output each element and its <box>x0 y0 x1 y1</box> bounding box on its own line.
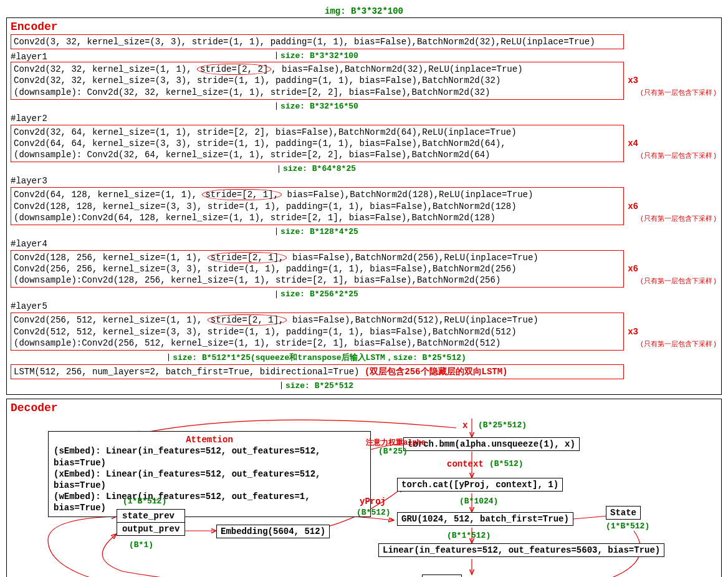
context-label: context <box>447 459 484 469</box>
size3: size: B*128*4*25 <box>280 227 358 236</box>
layer4-box: Conv2d(128, 256, kernel_size=(1, 1), str… <box>11 250 624 288</box>
layer5-line2: Conv2d(512, 512, kernel_size=(3, 3), str… <box>14 326 621 337</box>
size4: size: B*256*2*25 <box>280 289 358 299</box>
encoder-section: Encoder Conv2d(3, 32, kernel_size=(3, 3)… <box>6 17 722 395</box>
embedding-node: Embedding(5604, 512) <box>216 525 330 538</box>
state-prev: state_prev <box>117 510 184 523</box>
x-dim: (B*25*512) <box>478 420 527 430</box>
layer4-note: (只有第一层包含下采样) <box>640 277 717 286</box>
attn-line1: (sEmbed): Linear(in_features=512, out_fe… <box>54 445 365 468</box>
gru-out-dim: (B*1*512) <box>447 531 491 540</box>
conv0-text: Conv2d(3, 32, kernel_size=(3, 3), stride… <box>14 37 595 47</box>
layer2-mult: x4 <box>628 138 638 149</box>
alpha-dim: (B*25) <box>378 447 408 456</box>
prev-box: state_prev output_prev <box>117 509 185 536</box>
layer3-mult: x6 <box>628 201 638 212</box>
layer5-label: #layer5 <box>11 301 624 311</box>
size1: size: B*32*16*50 <box>280 102 358 111</box>
layer3-line2: Conv2d(128, 128, kernel_size=(3, 3), str… <box>14 201 621 212</box>
layer1-line3: (downsample): Conv2d(32, 32, kernel_size… <box>14 87 621 98</box>
cat-dim: (B*1024) <box>459 497 498 506</box>
size5: size: B*512*1*25(squeeze和transpose后输入LST… <box>173 353 466 362</box>
layer4-line3: (downsample):Conv2d(128, 256, kernel_siz… <box>14 274 621 286</box>
state-prev-dim: (1*B*512) <box>123 497 166 506</box>
layer3-stride-circle: stride=[2, 1], <box>202 189 282 200</box>
layer5-note: (只有第一层包含下采样) <box>640 340 717 349</box>
decoder-section: Decoder <box>6 399 722 577</box>
state-node: State <box>606 506 641 520</box>
attn-line3: (wEmbed): Linear(in_features=512, out_fe… <box>54 491 365 513</box>
layer2-line1: Conv2d(32, 64, kernel_size=(1, 1), strid… <box>14 127 621 138</box>
size0: size: B*3*32*100 <box>280 51 358 61</box>
encoder-conv0: Conv2d(3, 32, kernel_size=(3, 3), stride… <box>11 34 624 49</box>
layer3-box: Conv2d(64, 128, kernel_size=(1, 1), stri… <box>11 187 624 225</box>
lstm-size: size: B*25*512 <box>285 381 353 390</box>
lstm-text: LSTM(512, 256, num_layers=2, batch_first… <box>14 367 360 377</box>
layer4-line2: Conv2d(256, 256, kernel_size=(3, 3), str… <box>14 263 621 274</box>
gru-node: GRU(1024, 512, batch_first=True) <box>397 512 573 526</box>
layer5-line3: (downsample):Conv2d(256, 512, kernel_siz… <box>14 337 621 349</box>
x-label: x <box>462 420 467 430</box>
attn-line2: (xEmbed): Linear(in_features=512, out_fe… <box>54 468 365 491</box>
layer2-line3: (downsample): Conv2d(32, 64, kernel_size… <box>14 149 621 160</box>
layer3-note: (只有第一层包含下采样) <box>640 215 717 223</box>
decoder-title: Decoder <box>11 402 717 414</box>
layer4-mult: x6 <box>628 263 638 274</box>
size2: size: B*64*8*25 <box>283 164 356 173</box>
linear-node: Linear(in_features=512, out_features=560… <box>378 543 664 557</box>
bmm-node: torch.bmm(alpha.unsqueeze(1), x) <box>403 437 580 451</box>
layer3-line3: (downsample):Conv2d(64, 128, kernel_size… <box>14 212 621 223</box>
yproj-label: yProj <box>360 497 386 507</box>
cat-node: torch.cat([yProj, context], 1) <box>397 478 563 492</box>
layer2-box: Conv2d(32, 64, kernel_size=(1, 1), strid… <box>11 125 624 163</box>
lstm-box: LSTM(512, 256, num_layers=2, batch_first… <box>11 364 624 379</box>
layer5-mult: x3 <box>628 326 638 337</box>
output-prev-dim: (B*1) <box>129 540 153 550</box>
layer4-stride-circle: stride=[2, 1], <box>208 252 287 263</box>
encoder-title: Encoder <box>11 21 717 33</box>
layer4-label: #layer4 <box>11 239 624 249</box>
output-node: Output <box>422 575 462 577</box>
layer2-line2: Conv2d(64, 64, kernel_size=(3, 3), strid… <box>14 138 621 149</box>
output-prev: output_prev <box>117 523 184 535</box>
layer1-mult: x3 <box>628 75 638 86</box>
layer3-label: #layer3 <box>11 176 624 186</box>
layer1-box: Conv2d(32, 32, kernel_size=(1, 1), strid… <box>11 62 624 100</box>
attention-title: Attemtion <box>54 434 365 445</box>
layer2-label: #layer2 <box>11 114 624 124</box>
layer2-note: (只有第一层包含下采样) <box>640 152 717 160</box>
yproj-dim: (B*512) <box>357 508 391 517</box>
layer5-stride-circle: stride=[2, 1], <box>208 314 287 326</box>
img-size-label: img: B*3*32*100 <box>6 6 722 16</box>
state-dim: (1*B*512) <box>606 521 649 531</box>
layer1-stride-circle: stride=[2, 2] <box>197 64 271 75</box>
attention-box: Attemtion (sEmbed): Linear(in_features=5… <box>48 431 371 516</box>
layer1-note: (只有第一层包含下采样) <box>640 89 717 97</box>
layer5-box: Conv2d(256, 512, kernel_size=(1, 1), str… <box>11 313 624 351</box>
layer1-line2: Conv2d(32, 32, kernel_size=(3, 3), strid… <box>14 75 621 86</box>
context-dim: (B*512) <box>489 459 524 468</box>
lstm-note: (双层包含256个隐藏层的双向LSTM) <box>365 367 508 377</box>
